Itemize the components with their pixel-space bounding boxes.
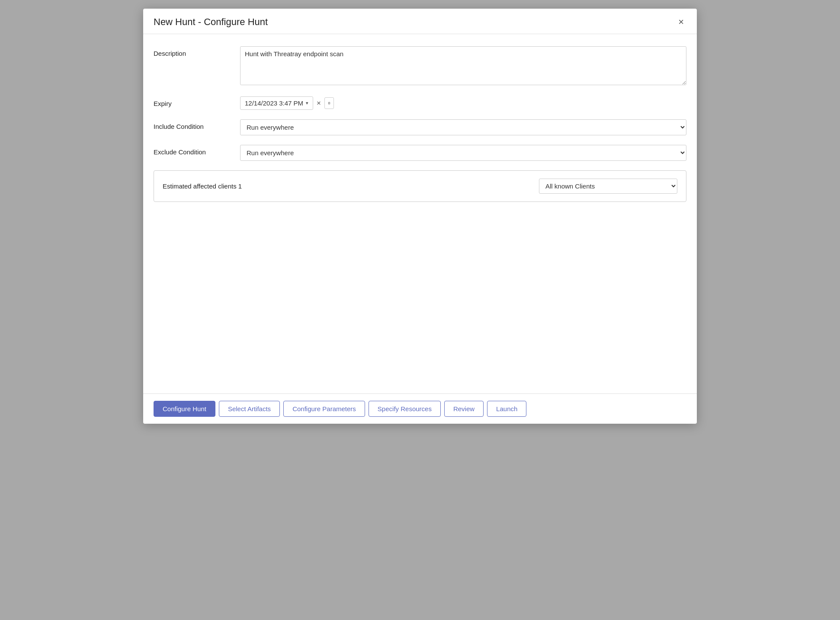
expiry-input-box[interactable]: 12/14/2023 3:47 PM ▾	[240, 96, 313, 110]
configure-hunt-btn[interactable]: Configure Hunt	[154, 401, 215, 417]
estimated-box: Estimated affected clients 1 All known C…	[154, 170, 686, 202]
include-condition-label: Include Condition	[154, 119, 240, 130]
dialog-header: New Hunt - Configure Hunt ×	[143, 9, 697, 34]
expiry-control: 12/14/2023 3:47 PM ▾ × ▫	[240, 96, 686, 110]
dialog-footer: Configure Hunt Select Artifacts Configur…	[143, 393, 697, 424]
expiry-calendar-button[interactable]: ▫	[324, 97, 334, 109]
dialog-title: New Hunt - Configure Hunt	[154, 16, 268, 28]
dialog-body: Description Hunt with Threatray endpoint…	[143, 34, 697, 393]
expiry-value: 12/14/2023 3:47 PM	[245, 99, 303, 107]
calendar-icon: ▫	[328, 99, 330, 107]
include-condition-select[interactable]: Run everywhere Run on selected clients R…	[240, 119, 686, 135]
expiry-label: Expiry	[154, 96, 240, 107]
expiry-row-inner: 12/14/2023 3:47 PM ▾ × ▫	[240, 96, 686, 110]
expiry-clear-button[interactable]: ×	[316, 99, 322, 107]
expiry-row: Expiry 12/14/2023 3:47 PM ▾ × ▫	[154, 96, 686, 110]
dialog: New Hunt - Configure Hunt × Description …	[143, 9, 697, 424]
estimated-label: Estimated affected clients 1	[163, 182, 242, 190]
exclude-condition-row: Exclude Condition Run everywhere Run on …	[154, 145, 686, 161]
description-row: Description Hunt with Threatray endpoint…	[154, 46, 686, 87]
specify-resources-btn[interactable]: Specify Resources	[369, 401, 441, 417]
description-input[interactable]: Hunt with Threatray endpoint scan	[240, 46, 686, 85]
include-condition-control: Run everywhere Run on selected clients R…	[240, 119, 686, 135]
estimated-clients-select[interactable]: All known Clients Selected clients only …	[539, 179, 677, 194]
launch-btn[interactable]: Launch	[487, 401, 526, 417]
exclude-condition-label: Exclude Condition	[154, 145, 240, 156]
select-artifacts-btn[interactable]: Select Artifacts	[219, 401, 280, 417]
expiry-chevron-icon: ▾	[306, 100, 308, 106]
description-label: Description	[154, 46, 240, 57]
review-btn[interactable]: Review	[444, 401, 484, 417]
include-condition-row: Include Condition Run everywhere Run on …	[154, 119, 686, 135]
description-control: Hunt with Threatray endpoint scan	[240, 46, 686, 87]
exclude-condition-control: Run everywhere Run on selected clients R…	[240, 145, 686, 161]
close-button[interactable]: ×	[676, 16, 686, 28]
exclude-condition-select[interactable]: Run everywhere Run on selected clients R…	[240, 145, 686, 161]
configure-parameters-btn[interactable]: Configure Parameters	[283, 401, 365, 417]
